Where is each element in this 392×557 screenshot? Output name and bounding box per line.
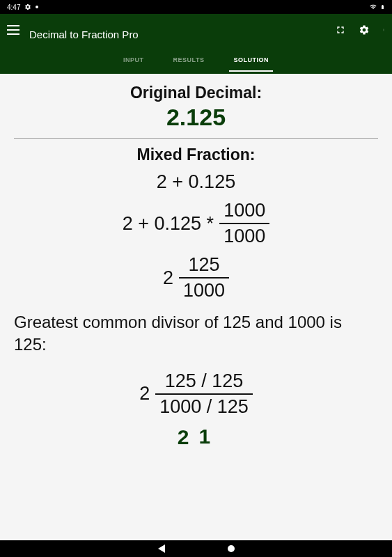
navigation-bar <box>0 540 392 557</box>
status-bar: 4:47 <box>0 0 392 14</box>
gear-icon[interactable] <box>359 24 370 36</box>
dot-status-icon <box>36 6 38 8</box>
fullscreen-icon[interactable] <box>335 24 346 36</box>
divider <box>14 138 378 139</box>
final-fraction: 1 <box>195 425 215 450</box>
step-4: 2 125 / 125 1000 / 125 <box>0 370 392 418</box>
step-4-fraction: 125 / 125 1000 / 125 <box>155 370 253 418</box>
step-3: 2 125 1000 <box>0 254 392 301</box>
step-2-fraction: 1000 1000 <box>219 200 269 247</box>
back-button[interactable] <box>158 544 165 553</box>
original-decimal-label: Original Decimal: <box>0 84 392 102</box>
app-bar: Decimal to Fraction Pro <box>0 14 392 46</box>
more-icon[interactable] <box>382 24 385 36</box>
home-button[interactable] <box>228 545 235 552</box>
tab-results[interactable]: RESULTS <box>169 48 209 72</box>
final-result: 2 1 <box>0 425 392 450</box>
tab-input[interactable]: INPUT <box>119 48 148 72</box>
battery-icon <box>380 3 385 11</box>
wifi-icon <box>369 3 377 10</box>
tab-solution[interactable]: SOLUTION <box>229 48 273 72</box>
mixed-fraction-label: Mixed Fraction: <box>0 146 392 164</box>
gcd-explanation: Greatest common divisor of 125 and 1000 … <box>0 308 392 363</box>
step-2: 2 + 0.125 * 1000 1000 <box>0 200 392 247</box>
tab-bar: INPUT RESULTS SOLUTION <box>0 46 392 74</box>
gear-status-icon <box>24 3 31 10</box>
step-3-fraction: 125 1000 <box>179 254 229 301</box>
status-time: 4:47 <box>7 3 20 11</box>
app-title: Decimal to Fraction Pro <box>29 29 139 40</box>
original-decimal-value: 2.125 <box>0 104 392 131</box>
solution-content: Original Decimal: 2.125 Mixed Fraction: … <box>0 74 392 540</box>
menu-icon[interactable] <box>7 25 19 35</box>
step-1: 2 + 0.125 <box>0 171 392 193</box>
